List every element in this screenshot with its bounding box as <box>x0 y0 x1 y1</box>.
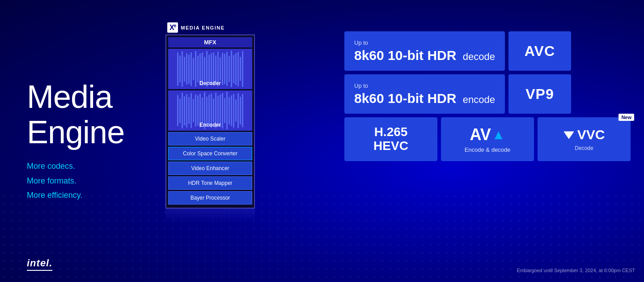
video-scaler-block: Video Scaler <box>168 132 252 145</box>
diagram-box: MFX <box>165 34 255 209</box>
xe-header: Xe MEDIA ENGINE <box>165 22 255 33</box>
video-enhancer-block: Video Enhancer <box>168 162 252 175</box>
av1-logo: AV ▲ <box>470 125 505 144</box>
xe-diagram: Xe MEDIA ENGINE MFX <box>165 22 255 222</box>
xe-title: MEDIA ENGINE <box>181 25 225 30</box>
subtitle: More codecs. More formats. More efficien… <box>27 159 124 203</box>
vvc-icon <box>564 130 574 140</box>
encode-spec: 8k60 10-bit HDR encode <box>354 91 495 106</box>
decode-spec: 8k60 10-bit HDR decode <box>354 48 495 63</box>
encode-suffix: encode <box>463 94 495 105</box>
av1-card: AV ▲ Encode & decode <box>441 117 534 161</box>
encoder-block: Encoder <box>168 90 252 131</box>
left-section: Media Engine More codecs. More formats. … <box>27 79 124 203</box>
main-title: Media Engine <box>27 79 124 150</box>
avc-card: AVC <box>508 31 571 71</box>
decoder-block: Decoder <box>168 49 252 89</box>
decode-card: Up to 8k60 10-bit HDR decode <box>344 31 505 71</box>
encoder-label: Encoder <box>199 122 221 128</box>
vvc-card: New VVC Decode <box>538 117 631 161</box>
hevc-card: H.265 HEVC <box>344 117 437 161</box>
color-space-converter-block: Color Space Converter <box>168 147 252 160</box>
encode-caption: Up to <box>354 82 495 89</box>
decoder-label: Decoder <box>199 80 221 86</box>
right-section: Up to 8k60 10-bit HDR decode AVC Up to 8… <box>344 31 631 161</box>
bayer-processor-block: Bayer Processor <box>168 191 252 205</box>
mfx-label: MFX <box>168 37 252 47</box>
vp9-card: VP9 <box>508 74 571 114</box>
encode-card: Up to 8k60 10-bit HDR encode <box>344 74 505 114</box>
intel-logo: intel. <box>27 257 52 271</box>
xe-logo: Xe <box>167 22 178 33</box>
embargoed-notice: Embargoed until September 3, 2024, at 6:… <box>517 268 635 273</box>
diagram-reflection <box>165 209 255 222</box>
new-badge: New <box>619 114 634 121</box>
decode-caption: Up to <box>354 39 495 46</box>
vvc-sub: Decode <box>575 145 593 151</box>
hdr-tone-mapper-block: HDR Tone Mapper <box>168 176 252 190</box>
decode-suffix: decode <box>463 51 495 62</box>
hevc-text: H.265 HEVC <box>373 125 408 153</box>
utility-blocks: Video Scaler Color Space Converter Video… <box>168 132 252 205</box>
vvc-logo: VVC <box>564 127 605 142</box>
av1-sub: Encode & decode <box>465 146 511 153</box>
